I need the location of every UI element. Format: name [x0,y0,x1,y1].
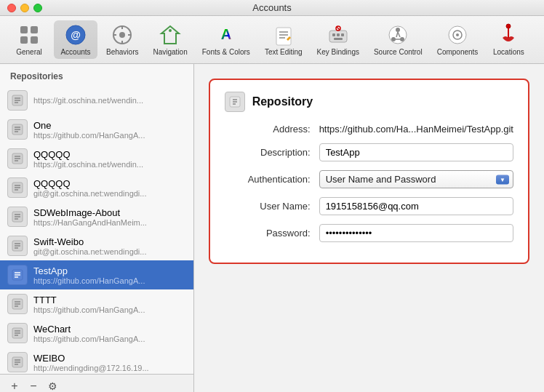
general-icon [17,23,41,47]
list-item-url: https://HanGangAndHanMeim... [33,218,147,227]
list-item-text: QQQQQ https://git.oschina.net/wendin... [33,149,143,169]
list-item-url: http://wendingding@172.16.19... [33,364,149,372]
list-item-name: QQQQQ [33,149,143,160]
accounts-label: Accounts [60,48,90,56]
detail-panel: Repository Address: https://github.com/H… [194,64,544,392]
list-item-text: TestApp https://github.com/HanGangA... [33,265,145,285]
list-item[interactable]: TestApp https://github.com/HanGangA... [0,260,193,289]
svg-text:@: @ [71,29,81,41]
list-item[interactable]: QQQQQ https://git.oschina.net/wendin... [0,144,193,173]
authentication-select[interactable]: User Name and PasswordOAuth TokenSSH Key… [319,170,513,188]
toolbar-item-components[interactable]: Components [431,20,484,59]
list-item-icon [7,236,28,256]
list-item[interactable]: Swift-Weibo git@git.oschina.net:wendingd… [0,231,193,260]
list-item-name: SDWebImage-About [33,207,147,218]
list-item[interactable]: TTTT https://github.com/HanGangA... [0,289,193,319]
close-button[interactable] [7,4,16,12]
locations-icon [497,23,520,47]
password-input[interactable] [319,224,513,242]
svg-point-7 [119,32,125,38]
username-label: User Name: [225,201,319,212]
add-repo-button[interactable]: + [7,379,22,392]
textediting-icon [272,23,295,47]
svg-point-35 [456,33,459,36]
authentication-row: Authentication: User Name and PasswordOA… [225,170,513,188]
components-icon [446,23,469,47]
navigation-icon [159,23,182,47]
password-label: Password: [225,228,319,239]
svg-point-28 [391,37,396,41]
list-item[interactable]: WeChart https://github.com/HanGangA... [0,319,193,348]
list-item-icon [7,90,28,111]
toolbar-item-accounts[interactable]: @ Accounts [54,20,97,59]
toolbar-item-navigation[interactable]: Navigation [147,20,193,59]
list-item-url: https://github.com/HanGangA... [33,131,145,140]
list-item-name: WeChart [33,324,145,335]
list-item-text: WEIBO http://wendingding@172.16.19... [33,353,149,372]
list-item[interactable]: SDWebImage-About https://HanGangAndHanMe… [0,202,193,231]
list-item-text: TTTT https://github.com/HanGangA... [33,295,145,314]
maximize-button[interactable] [33,4,42,12]
list-item-icon [7,323,28,343]
list-item-name: WEIBO [33,353,149,364]
list-item-name: Swift-Weibo [33,236,146,247]
repo-icon [225,92,245,112]
toolbar-item-behaviors[interactable]: Behaviors [100,20,144,59]
remove-repo-button[interactable]: − [26,379,41,392]
password-row: Password: [225,224,513,242]
fonts-icon: A [215,23,238,47]
list-item-text: WeChart https://github.com/HanGangA... [33,324,145,343]
list-item[interactable]: WEIBO http://wendingding@172.16.19... [0,348,193,374]
authentication-select-wrapper: User Name and PasswordOAuth TokenSSH Key… [319,170,513,188]
list-item[interactable]: https://git.oschina.net/wendin... [0,86,193,115]
list-item-name: QQQQQ [33,178,146,189]
toolbar-item-sourcecontrol[interactable]: Source Control [368,20,428,59]
toolbar-item-keybindings[interactable]: Key Bindings [311,20,365,59]
minimize-button[interactable] [20,4,29,12]
svg-rect-0 [20,26,28,33]
repository-box: Repository Address: https://github.com/H… [209,79,529,264]
list-item-text: QQQQQ git@git.oschina.net:wendingdi... [33,178,146,198]
svg-rect-20 [332,33,335,36]
keybindings-label: Key Bindings [317,48,359,56]
repo-settings-button[interactable]: ⚙ [45,379,60,392]
sidebar-footer: + − ⚙ [0,374,193,392]
list-item-text: One https://github.com/HanGangA... [33,120,145,140]
svg-point-27 [396,28,400,32]
authentication-label: Authentication: [225,174,319,185]
locations-label: Locations [493,48,524,56]
list-item-name: TestApp [33,265,145,276]
list-item-text: https://git.oschina.net/wendin... [33,96,143,105]
svg-marker-12 [161,26,179,44]
window-controls [7,4,42,12]
toolbar-item-fonts[interactable]: A Fonts & Colors [196,20,256,59]
list-item-name: TTTT [33,295,145,305]
repo-header: Repository [225,92,513,112]
list-item-url: git@git.oschina.net:wendingdi... [33,247,146,256]
toolbar-item-locations[interactable]: Locations [487,20,530,59]
behaviors-label: Behaviors [106,48,138,56]
svg-text:A: A [221,26,231,42]
toolbar-item-textediting[interactable]: Text Editing [259,20,308,59]
behaviors-icon [111,23,134,47]
navigation-label: Navigation [153,48,187,56]
username-row: User Name: [225,197,513,215]
window-title: Accounts [252,2,291,13]
toolbar: General @ Accounts Behaviors [0,16,544,64]
sidebar-list: https://git.oschina.net/wendin... One ht… [0,86,193,374]
titlebar: Accounts [0,0,544,16]
list-item-url: https://github.com/HanGangA... [33,276,145,285]
list-item-name: One [33,120,145,131]
username-input[interactable] [319,197,513,215]
svg-point-36 [506,24,511,28]
keybindings-icon [327,23,350,47]
description-label: Description: [225,147,319,158]
list-item-icon [7,119,28,140]
address-value: https://github.com/Ha...HanMeimei/TestAp… [319,124,513,135]
description-input[interactable] [319,143,513,161]
address-label: Address: [225,124,319,135]
toolbar-item-general[interactable]: General [7,20,51,59]
list-item[interactable]: One https://github.com/HanGangA... [0,115,193,144]
list-item[interactable]: QQQQQ git@git.oschina.net:wendingdi... [0,173,193,202]
sourcecontrol-icon [386,23,409,47]
